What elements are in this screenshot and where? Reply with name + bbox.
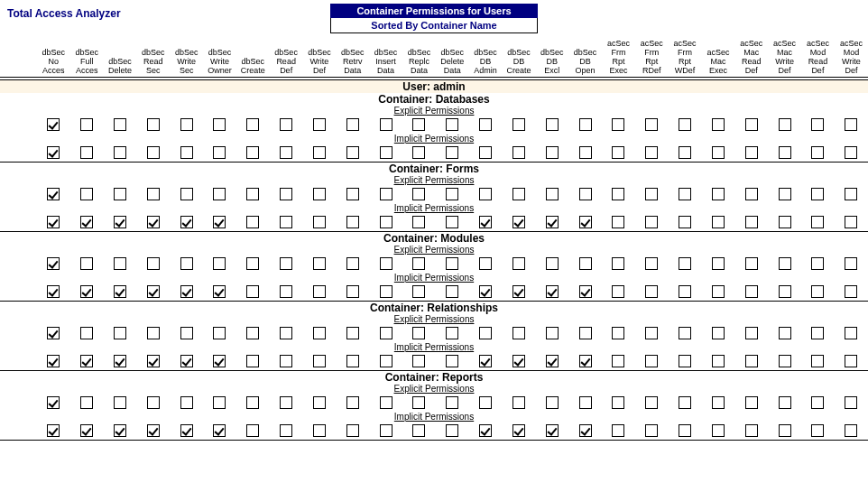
checkbox-unchecked xyxy=(645,327,658,339)
checkbox-unchecked xyxy=(380,118,392,131)
checkbox-unchecked xyxy=(313,396,326,409)
checkbox-unchecked xyxy=(546,396,559,409)
checkbox-unchecked xyxy=(313,257,326,270)
checkbox-unchecked xyxy=(612,327,624,339)
checkbox-unchecked xyxy=(114,188,126,200)
checkbox-unchecked xyxy=(712,424,725,437)
checkbox-unchecked xyxy=(845,424,857,437)
checkbox-unchecked xyxy=(645,146,658,159)
checkbox-unchecked xyxy=(412,216,425,228)
column-header: dbSecReplcData xyxy=(402,39,436,79)
column-header: dbSecFullAcces xyxy=(70,39,104,79)
checkbox-unchecked xyxy=(779,424,791,437)
implicit-permissions-label: Implicit Permissions xyxy=(0,342,868,352)
checkbox-unchecked xyxy=(280,257,292,270)
checkbox-unchecked xyxy=(446,285,458,298)
checkbox-unchecked xyxy=(546,146,559,159)
checkbox-unchecked xyxy=(745,257,758,270)
column-header-row: dbSecNoAccesdbSecFullAccesdbSecDeletedbS… xyxy=(0,39,868,79)
checkbox-unchecked xyxy=(446,355,458,367)
column-header: dbSecCreate xyxy=(236,39,270,79)
checkbox-unchecked xyxy=(213,188,226,200)
checkbox-unchecked xyxy=(579,188,592,200)
checkbox-checked xyxy=(512,285,525,298)
checkbox-unchecked xyxy=(80,118,93,131)
checkbox-unchecked xyxy=(114,146,126,159)
checkbox-unchecked xyxy=(346,285,359,298)
checkbox-unchecked xyxy=(779,216,791,228)
checkbox-checked xyxy=(47,424,60,437)
checkbox-unchecked xyxy=(745,355,758,367)
checkbox-unchecked xyxy=(246,257,259,270)
column-header: acSecMacExec xyxy=(701,39,734,79)
checkbox-unchecked xyxy=(612,285,624,298)
checkbox-unchecked xyxy=(313,327,326,339)
explicit-permissions-label: Explicit Permissions xyxy=(0,314,868,324)
checkbox-unchecked xyxy=(380,146,392,159)
checkbox-unchecked xyxy=(446,146,458,159)
column-header: dbSecReadSec xyxy=(136,39,170,79)
checkbox-unchecked xyxy=(579,146,592,159)
checkbox-checked xyxy=(47,327,60,339)
checkbox-unchecked xyxy=(180,188,193,200)
checkbox-unchecked xyxy=(845,285,857,298)
checkbox-unchecked xyxy=(845,216,857,228)
checkbox-unchecked xyxy=(280,188,292,200)
checkbox-unchecked xyxy=(313,355,326,367)
checkbox-unchecked xyxy=(811,146,824,159)
checkbox-checked xyxy=(579,424,592,437)
checkbox-unchecked xyxy=(80,327,93,339)
checkbox-unchecked xyxy=(246,188,259,200)
checkbox-checked xyxy=(213,355,226,367)
checkbox-checked xyxy=(47,257,60,270)
checkbox-checked xyxy=(114,424,126,437)
checkbox-unchecked xyxy=(412,396,425,409)
checkbox-unchecked xyxy=(346,396,359,409)
column-header: acSecFrmRptExec xyxy=(602,39,635,79)
checkbox-unchecked xyxy=(679,146,691,159)
permission-row xyxy=(0,144,868,163)
explicit-permissions-label: Explicit Permissions xyxy=(0,106,868,116)
checkbox-unchecked xyxy=(811,355,824,367)
checkbox-unchecked xyxy=(346,188,359,200)
checkbox-unchecked xyxy=(346,118,359,131)
checkbox-unchecked xyxy=(412,327,425,339)
checkbox-unchecked xyxy=(380,216,392,228)
checkbox-unchecked xyxy=(180,327,193,339)
column-header: acSecModReadDef xyxy=(801,39,835,79)
checkbox-unchecked xyxy=(845,146,857,159)
checkbox-unchecked xyxy=(479,188,492,200)
checkbox-unchecked xyxy=(679,188,691,200)
checkbox-unchecked xyxy=(546,327,559,339)
checkbox-unchecked xyxy=(280,396,292,409)
checkbox-unchecked xyxy=(313,188,326,200)
checkbox-unchecked xyxy=(811,257,824,270)
checkbox-checked xyxy=(180,355,193,367)
checkbox-unchecked xyxy=(779,355,791,367)
checkbox-unchecked xyxy=(246,327,259,339)
column-header: dbSecWriteDef xyxy=(303,39,337,79)
checkbox-checked xyxy=(47,188,60,200)
column-header: acSecModWriteDef xyxy=(835,39,868,79)
checkbox-unchecked xyxy=(546,257,559,270)
checkbox-checked xyxy=(579,355,592,367)
checkbox-unchecked xyxy=(412,257,425,270)
checkbox-checked xyxy=(80,355,93,367)
column-header: dbSecNoAcces xyxy=(37,39,70,79)
checkbox-unchecked xyxy=(546,118,559,131)
checkbox-unchecked xyxy=(213,327,226,339)
checkbox-checked xyxy=(479,216,492,228)
checkbox-checked xyxy=(80,424,93,437)
checkbox-checked xyxy=(479,424,492,437)
checkbox-unchecked xyxy=(612,188,624,200)
checkbox-unchecked xyxy=(579,118,592,131)
checkbox-unchecked xyxy=(745,396,758,409)
checkbox-unchecked xyxy=(412,355,425,367)
container-label: Container: Relationships xyxy=(0,302,868,314)
checkbox-unchecked xyxy=(147,118,160,131)
checkbox-unchecked xyxy=(446,118,458,131)
checkbox-checked xyxy=(479,285,492,298)
checkbox-unchecked xyxy=(679,355,691,367)
checkbox-unchecked xyxy=(612,257,624,270)
implicit-permissions-label: Implicit Permissions xyxy=(0,203,868,213)
